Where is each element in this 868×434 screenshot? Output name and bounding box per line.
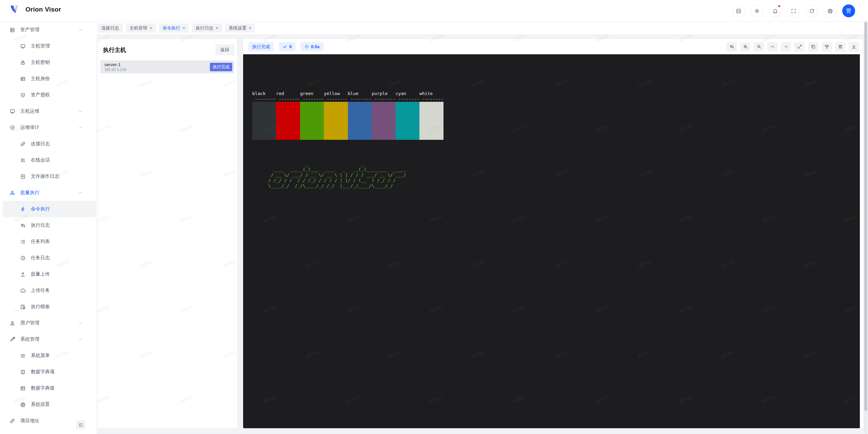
menu-fold-icon bbox=[78, 422, 83, 428]
close-icon[interactable]: × bbox=[216, 26, 218, 30]
cloud-icon bbox=[20, 288, 26, 294]
sidebar-item-label: 文件操作日志 bbox=[31, 173, 59, 180]
collapse-sidebar-button[interactable] bbox=[76, 420, 85, 430]
sidebar-item-资产管理[interactable]: 资产管理 bbox=[0, 22, 97, 38]
fullscreen-icon bbox=[791, 8, 796, 14]
color-label: red bbox=[276, 91, 300, 96]
color-block-red bbox=[276, 102, 300, 140]
sidebar-item-命令执行[interactable]: 命令执行 bbox=[3, 201, 96, 217]
sidebar-item-系统菜单[interactable]: 系统菜单 bbox=[0, 347, 97, 364]
sidebar-item-任务列表[interactable]: 任务列表 bbox=[0, 233, 97, 250]
sidebar-item-label: 任务列表 bbox=[31, 239, 50, 245]
theme-button[interactable] bbox=[751, 5, 763, 17]
sidebar-item-资产授权[interactable]: 资产授权 bbox=[0, 87, 97, 103]
color-label: yellow bbox=[324, 91, 348, 96]
sidebar-item-数据字典项[interactable]: 数据字典项 bbox=[0, 364, 97, 380]
sidebar-item-任务日志[interactable]: 任务日志 bbox=[0, 250, 97, 266]
tab-连接日志[interactable]: 连接日志 bbox=[98, 23, 123, 33]
zoom-out-button[interactable] bbox=[754, 42, 764, 52]
brush-icon bbox=[824, 44, 829, 49]
logo-mark-icon bbox=[10, 5, 20, 14]
sidebar-item-文件操作日志[interactable]: 文件操作日志 bbox=[0, 168, 97, 185]
sidebar-item-运维审计[interactable]: 运维审计 bbox=[0, 119, 97, 136]
avatar[interactable]: 管 bbox=[842, 4, 855, 17]
bolt-icon bbox=[20, 206, 26, 212]
sidebar-item-主机运维[interactable]: 主机运维 bbox=[0, 103, 97, 119]
storage-icon bbox=[9, 27, 15, 33]
chevron-up-icon bbox=[78, 28, 82, 32]
monitor-icon bbox=[20, 43, 26, 49]
sidebar-item-label: 资产授权 bbox=[31, 92, 50, 98]
notification-button[interactable] bbox=[769, 5, 782, 17]
sidebar-item-批量执行[interactable]: 批量执行 bbox=[0, 185, 97, 201]
zoom-in-button[interactable] bbox=[740, 42, 750, 52]
download-button[interactable] bbox=[849, 42, 859, 52]
header-actions: 管 bbox=[732, 4, 855, 17]
sidebar-item-主机身份[interactable]: 主机身份 bbox=[0, 71, 97, 87]
sidebar-item-label: 执行模板 bbox=[31, 304, 50, 310]
sidebar-item-label: 系统设置 bbox=[31, 401, 50, 408]
sidebar-item-批量上传[interactable]: 批量上传 bbox=[0, 266, 97, 282]
color-underline: -------- bbox=[276, 96, 300, 102]
monitor-icon bbox=[9, 109, 15, 114]
color-block-purple bbox=[372, 102, 395, 140]
close-icon[interactable]: × bbox=[249, 26, 252, 30]
scrollbar-thumb[interactable] bbox=[864, 22, 867, 411]
sidebar-item-主机密钥[interactable]: 主机密钥 bbox=[0, 54, 97, 71]
sidebar-item-label: 数据字典项 bbox=[31, 369, 55, 375]
sidebar-item-label: 任务日志 bbox=[31, 255, 50, 261]
sidebar-item-label: 批量上传 bbox=[31, 271, 50, 277]
download-icon bbox=[851, 44, 856, 49]
host-list-item[interactable]: server-1 182.92.5.218 执行完成 bbox=[100, 60, 234, 73]
color-label: blue bbox=[348, 91, 372, 96]
color-underline: -------- bbox=[419, 96, 443, 102]
settings-button[interactable] bbox=[824, 5, 836, 17]
color-block-white bbox=[419, 102, 443, 140]
sidebar-item-上传任务[interactable]: 上传任务 bbox=[0, 282, 97, 299]
tab-主机管理[interactable]: 主机管理× bbox=[126, 23, 156, 33]
refresh-button[interactable] bbox=[806, 5, 818, 17]
sidebar-item-执行模板[interactable]: 执行模板 bbox=[0, 299, 97, 315]
chev-up-button[interactable] bbox=[767, 42, 777, 52]
chev-down-button[interactable] bbox=[781, 42, 791, 52]
shield-icon bbox=[20, 92, 26, 98]
link-icon bbox=[20, 141, 26, 147]
sidebar-item-label: 主机管理 bbox=[31, 43, 50, 49]
code-square-button[interactable] bbox=[732, 5, 745, 17]
tab-执行日志[interactable]: 执行日志× bbox=[192, 23, 222, 33]
host-panel: 执行主机 返回 server-1 182.92.5.218 执行完成 bbox=[98, 39, 237, 428]
template-icon bbox=[20, 304, 26, 310]
sidebar-item-执行日志[interactable]: 执行日志 bbox=[0, 217, 97, 233]
notification-icon bbox=[772, 8, 778, 14]
sidebar-item-在线会话[interactable]: 在线会话 bbox=[0, 152, 97, 168]
color-underline: -------- bbox=[252, 96, 276, 102]
copy-button[interactable] bbox=[808, 42, 818, 52]
tab-系统设置[interactable]: 系统设置× bbox=[225, 23, 255, 33]
color-underline: -------- bbox=[300, 96, 324, 102]
brush-button[interactable] bbox=[822, 42, 832, 52]
close-icon[interactable]: × bbox=[183, 26, 185, 30]
sidebar-item-主机管理[interactable]: 主机管理 bbox=[0, 38, 97, 54]
sidebar-item-连接日志[interactable]: 连接日志 bbox=[0, 136, 97, 152]
color-label: white bbox=[419, 91, 443, 96]
sidebar-item-用户管理[interactable]: 用户管理 bbox=[0, 315, 97, 331]
tab-命令执行[interactable]: 命令执行× bbox=[159, 23, 189, 33]
expand-button[interactable] bbox=[794, 42, 805, 52]
sidebar-item-系统管理[interactable]: 系统管理 bbox=[0, 331, 97, 347]
sidebar-item-数据字典值[interactable]: 数据字典值 bbox=[0, 380, 97, 396]
close-icon[interactable]: × bbox=[150, 26, 152, 30]
trash-button[interactable] bbox=[835, 42, 845, 52]
host-status-badge: 执行完成 bbox=[210, 63, 232, 71]
search-log-button[interactable] bbox=[727, 42, 737, 52]
tab-bar: 连接日志主机管理×命令执行×执行日志×系统设置× bbox=[97, 22, 868, 34]
back-button[interactable]: 返回 bbox=[215, 44, 234, 55]
sidebar-item-系统设置[interactable]: 系统设置 bbox=[0, 396, 97, 413]
chevron-up-icon bbox=[78, 337, 82, 341]
chevron-down-icon bbox=[78, 321, 82, 325]
fullscreen-button[interactable] bbox=[787, 5, 800, 17]
upload-icon bbox=[20, 271, 26, 277]
window-scrollbar[interactable] bbox=[864, 22, 867, 434]
terminal-output[interactable]: blackredgreenyellowbluepurplecyanwhite -… bbox=[243, 54, 860, 428]
sidebar-item-label: 项目地址 bbox=[20, 418, 39, 424]
sidebar-item-label: 连接日志 bbox=[31, 141, 50, 147]
